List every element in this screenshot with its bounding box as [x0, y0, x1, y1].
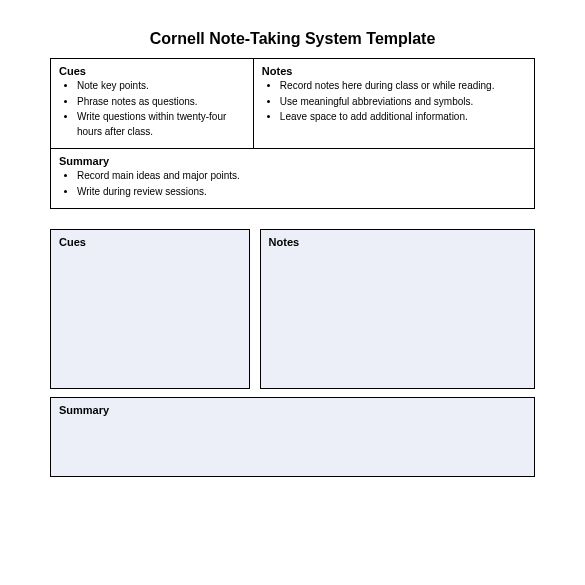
page-title: Cornell Note-Taking System Template: [50, 30, 535, 48]
template-cues-area[interactable]: Cues: [50, 229, 250, 389]
template-block: Cues Notes Summary: [50, 229, 535, 477]
example-top-row: Cues Note key points. Phrase notes as qu…: [51, 59, 534, 149]
list-item: Use meaningful abbreviations and symbols…: [280, 95, 526, 110]
template-top-row: Cues Notes: [50, 229, 535, 389]
example-summary-cell: Summary Record main ideas and major poin…: [51, 149, 534, 208]
example-cues-heading: Cues: [59, 65, 245, 77]
list-item: Record main ideas and major points.: [77, 169, 526, 184]
example-box: Cues Note key points. Phrase notes as qu…: [50, 58, 535, 209]
list-item: Phrase notes as questions.: [77, 95, 245, 110]
list-item: Record notes here during class or while …: [280, 79, 526, 94]
page: Cornell Note-Taking System Template Cues…: [0, 0, 585, 497]
template-summary-area[interactable]: Summary: [50, 397, 535, 477]
list-item: Write during review sessions.: [77, 185, 526, 200]
list-item: Write questions within twenty-four hours…: [77, 110, 245, 139]
template-summary-heading: Summary: [59, 404, 526, 416]
template-cues-heading: Cues: [59, 236, 241, 248]
example-notes-list: Record notes here during class or while …: [262, 79, 526, 125]
example-summary-heading: Summary: [59, 155, 526, 167]
template-notes-heading: Notes: [269, 236, 526, 248]
list-item: Leave space to add additional informatio…: [280, 110, 526, 125]
example-summary-list: Record main ideas and major points. Writ…: [59, 169, 526, 199]
example-cues-cell: Cues Note key points. Phrase notes as qu…: [51, 59, 254, 148]
list-item: Note key points.: [77, 79, 245, 94]
example-cues-list: Note key points. Phrase notes as questio…: [59, 79, 245, 139]
example-notes-cell: Notes Record notes here during class or …: [254, 59, 534, 148]
template-notes-area[interactable]: Notes: [260, 229, 535, 389]
example-notes-heading: Notes: [262, 65, 526, 77]
